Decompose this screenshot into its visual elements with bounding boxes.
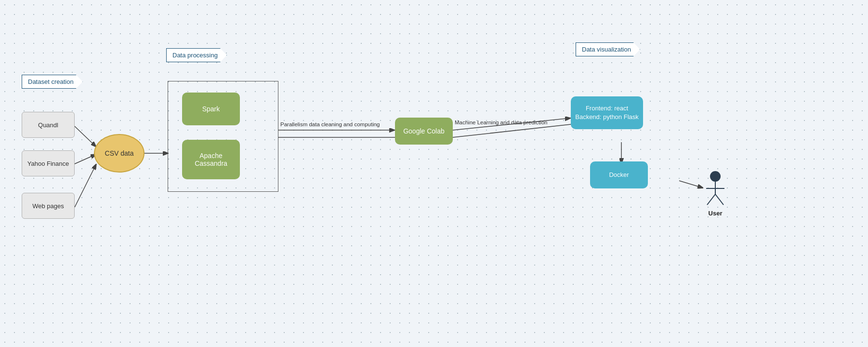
arrows-svg bbox=[0, 0, 868, 347]
ml-prediction-label: Machine Learning and data prediction bbox=[455, 120, 547, 125]
yahoo-finance-box: Yahoo Finance bbox=[22, 150, 75, 176]
spark-box: Spark bbox=[182, 93, 240, 125]
google-colab-box: Google Colab bbox=[395, 118, 453, 145]
user-figure: User bbox=[704, 171, 726, 217]
banner-data-processing: Data processing bbox=[166, 48, 227, 62]
banner-dataset-creation: Dataset creation bbox=[22, 75, 83, 89]
docker-box: Docker bbox=[590, 161, 648, 188]
banner-data-visualization: Data visualization bbox=[576, 42, 640, 56]
svg-line-4 bbox=[715, 194, 723, 205]
user-head bbox=[710, 171, 721, 182]
csv-data-ellipse: CSV data bbox=[94, 134, 145, 173]
parallelism-label: Parallelism data cleaning and computing bbox=[280, 121, 380, 127]
user-label: User bbox=[709, 210, 723, 217]
apache-cassandra-box: ApacheCassandra bbox=[182, 140, 240, 179]
diagram-container: Dataset creation Data processing Data vi… bbox=[0, 0, 868, 347]
frontend-backend-box: Frontend: reactBackend: python Flask bbox=[571, 96, 643, 129]
web-pages-box: Web pages bbox=[22, 193, 75, 219]
user-body-svg bbox=[704, 182, 726, 207]
svg-line-3 bbox=[707, 194, 715, 205]
quandl-box: Quandl bbox=[22, 112, 75, 138]
